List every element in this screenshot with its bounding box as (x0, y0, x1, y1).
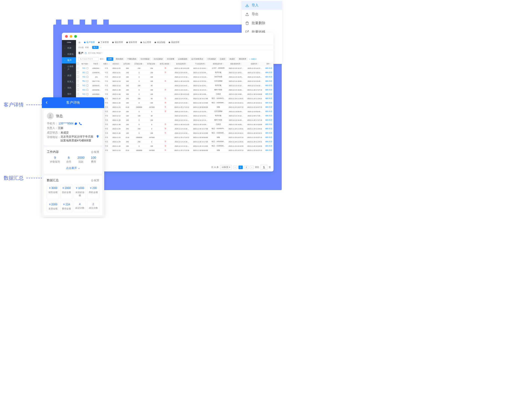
work-stat[interactable]: 9外勤签到 (50, 156, 60, 163)
filter-7[interactable]: 近7天未联系过 (190, 57, 205, 61)
nav-5[interactable]: 商业智能 (154, 41, 165, 44)
customer-name-cell[interactable]: 李总 (80, 79, 91, 83)
column-header[interactable]: 负责人 ⇅ (102, 62, 111, 66)
back-icon[interactable] (45, 101, 49, 105)
follow-link[interactable]: 跟进 (269, 89, 272, 90)
column-header[interactable]: 操作 ⇅ (264, 62, 273, 66)
edit-link[interactable]: 编辑 (265, 93, 268, 95)
goto-input[interactable] (260, 165, 267, 170)
custom-filter[interactable]: 自定义 (249, 58, 257, 60)
customer-phone[interactable]: 135****9564 (58, 122, 73, 125)
follow-link[interactable]: 跟进 (269, 145, 272, 147)
follow-link[interactable]: 跟进 (269, 128, 272, 129)
customer-name-cell[interactable]: 黄总 (80, 70, 91, 75)
row-checkbox[interactable] (77, 71, 79, 74)
page-size-select[interactable]: 10条/页 ▾ (220, 165, 232, 169)
work-stat[interactable]: 6合同 (66, 156, 71, 163)
edit-link[interactable]: 编辑 (265, 106, 268, 108)
prev-page[interactable]: ‹ (233, 166, 237, 169)
summary-cell[interactable]: ￥224费用金额 (60, 201, 72, 212)
follow-link[interactable]: 跟进 (269, 123, 272, 125)
edit-link[interactable]: 编辑 (265, 102, 268, 103)
filter-2[interactable]: 下属负责的 (126, 57, 138, 61)
row-checkbox[interactable] (77, 67, 79, 69)
follow-link[interactable]: 跟进 (269, 136, 272, 138)
work-stat[interactable]: 2000回款 (77, 156, 84, 163)
search-input[interactable]: 客户名称/手机号 (78, 57, 99, 61)
follow-link[interactable]: 跟进 (269, 98, 272, 99)
edit-link[interactable]: 编辑 (265, 85, 268, 86)
edit-link[interactable]: 编辑 (265, 141, 268, 142)
edit-link[interactable]: 编辑 (265, 145, 268, 147)
next-page[interactable]: › (250, 166, 254, 169)
page-subtitle[interactable]: 看不到客户数据？ (88, 52, 103, 54)
summary-config-button[interactable]: 配置 (91, 179, 99, 182)
sidebar-item-7[interactable]: 报价 (62, 91, 76, 97)
nav-4[interactable]: 办公管理 (140, 41, 151, 44)
edit-link[interactable]: 编辑 (265, 115, 268, 116)
follow-link[interactable]: 跟进 (269, 76, 272, 78)
follow-link[interactable]: 跟进 (269, 72, 272, 73)
sidebar-item-3[interactable]: 公海客户 (62, 63, 76, 73)
follow-link[interactable]: 跟进 (269, 93, 272, 95)
column-header[interactable]: 手机号 ⇅ (91, 62, 102, 66)
summary-cell[interactable]: ￥230商机金额 (87, 184, 99, 199)
edit-link[interactable]: 编辑 (265, 80, 268, 82)
column-header[interactable]: 成交状态 ⇅ (111, 62, 122, 66)
customer-name-cell[interactable]: 黄总 (80, 88, 91, 92)
copy-icon[interactable] (87, 85, 88, 86)
work-stat[interactable]: 100费用 (91, 156, 96, 163)
edit-link[interactable]: 编辑 (265, 123, 268, 125)
follow-link[interactable]: 跟进 (269, 115, 272, 116)
filter-6[interactable]: 从未跟进的 (177, 57, 189, 61)
row-checkbox[interactable] (77, 84, 79, 86)
edit-link[interactable]: 编辑 (265, 128, 268, 129)
copy-icon[interactable] (87, 76, 88, 78)
column-header[interactable]: 下次跟进时间 ⇅ (191, 62, 210, 66)
summary-cell[interactable]: ￥1000未回款金额 (74, 184, 86, 199)
location-icon[interactable] (96, 135, 99, 138)
breadcrumb-path[interactable]: 线索 (85, 46, 89, 49)
nav-3[interactable]: 财务管理 (126, 41, 137, 44)
row-checkbox[interactable] (77, 80, 79, 82)
edit-link[interactable]: 编辑 (265, 89, 268, 90)
edit-link[interactable]: 编辑 (265, 98, 268, 99)
row-checkbox[interactable] (77, 76, 79, 78)
follow-link[interactable]: 跟进 (269, 106, 272, 108)
customer-name-cell[interactable]: 张总 (80, 66, 91, 70)
row-checkbox[interactable] (77, 93, 79, 95)
nav-0[interactable]: 客户管理 (84, 41, 95, 44)
filter-5[interactable]: 今日新增 (165, 57, 176, 61)
copy-icon[interactable] (87, 72, 88, 74)
column-header[interactable]: 是否公海领取 ⇅ (158, 62, 172, 66)
column-header[interactable]: 最后跟进时间 ⇅ (172, 62, 191, 66)
filter-3[interactable]: 今日待跟进 (139, 57, 151, 61)
copy-icon[interactable] (87, 80, 88, 82)
nav-6[interactable]: 系统管理 (168, 41, 179, 44)
page-1[interactable]: 1 (239, 166, 243, 169)
edit-link[interactable]: 编辑 (265, 72, 268, 73)
sidebar-item-4[interactable]: 跟进 (62, 73, 76, 79)
filter-4[interactable]: 今日已跟进 (152, 57, 164, 61)
customer-name-cell[interactable]: 张总 (80, 75, 91, 79)
summary-cell[interactable]: ￥2000发票金额 (47, 201, 59, 212)
edit-link[interactable]: 编辑 (265, 119, 268, 121)
work-config-button[interactable]: 配置 (91, 150, 99, 154)
edit-link[interactable]: 编辑 (265, 110, 268, 112)
call-icon[interactable] (79, 122, 82, 125)
copy-icon[interactable] (87, 89, 88, 91)
customer-name-cell[interactable]: 张总 (80, 92, 91, 96)
summary-cell[interactable]: ￥3000销售金额 (47, 184, 59, 199)
follow-link[interactable]: 跟进 (269, 85, 272, 86)
dropdown-download[interactable]: 导入 (242, 1, 282, 10)
edit-link[interactable]: 编辑 (265, 67, 268, 69)
column-header[interactable]: 客户名称 ⇅ (80, 62, 91, 66)
filter-1[interactable]: 我负责的 (114, 57, 125, 61)
follow-link[interactable]: 跟进 (269, 141, 272, 142)
nav-1[interactable]: 工单管理 (98, 41, 109, 44)
edit-link[interactable]: 编辑 (265, 76, 268, 78)
column-header[interactable]: 创建时间 ⇅ (245, 62, 264, 66)
follow-link[interactable]: 跟进 (269, 102, 272, 103)
follow-link[interactable]: 跟进 (269, 132, 272, 134)
help-icon[interactable] (85, 52, 87, 54)
